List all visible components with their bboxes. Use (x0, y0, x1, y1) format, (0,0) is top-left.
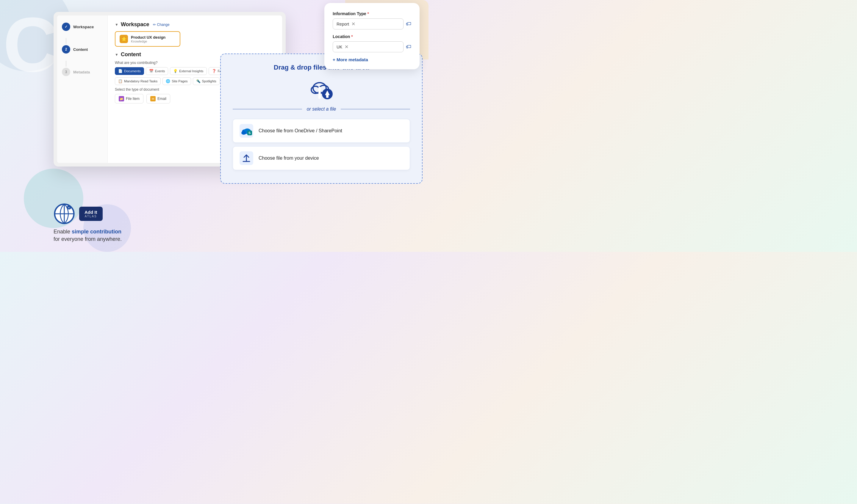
cloud-upload-icon (309, 79, 333, 99)
workspace-card-info: Product UX design Knowledge (131, 35, 165, 43)
onedrive-icon: S (239, 123, 254, 138)
step-circle-content: 2 (62, 45, 70, 53)
workspace-card-type: Knowledge (131, 39, 165, 43)
location-value: UK (337, 45, 342, 49)
location-input[interactable]: UK ✕ (333, 41, 403, 52)
pencil-icon: ✏ (153, 22, 156, 27)
content-type-site-pages[interactable]: 🌐 Site Pages (163, 77, 191, 85)
device-option-label: Choose file from your device (258, 156, 319, 161)
faqs-icon: ❓ (212, 69, 216, 73)
step-connector-1 (66, 38, 66, 44)
documents-label: Documents (124, 69, 141, 73)
svg-rect-8 (318, 87, 321, 99)
tagline: Enable simple contribution for everyone … (54, 228, 122, 243)
content-chevron-icon: ▼ (115, 53, 118, 57)
device-upload-icon (239, 151, 253, 165)
step-label-metadata: Metadata (73, 70, 90, 74)
file-item-label: File Item (126, 97, 139, 101)
info-type-label: Information Type * (333, 11, 411, 16)
info-type-close-icon[interactable]: ✕ (351, 21, 355, 27)
workspace-section-title: Workspace (121, 21, 149, 28)
info-type-value: Report (337, 22, 349, 27)
workspace-chevron-icon: ▼ (115, 22, 118, 27)
change-workspace-link[interactable]: ✏ Change (153, 22, 170, 27)
onedrive-sharepoint-icon: S (239, 124, 253, 138)
step-circle-metadata: 3 (62, 68, 70, 76)
dnd-option-device[interactable]: Choose file from your device (233, 146, 410, 170)
info-type-input[interactable]: Report ✕ (333, 18, 403, 30)
svg-text:+: + (68, 206, 70, 209)
wizard-step-workspace[interactable]: ✓ Workspace (62, 22, 103, 31)
content-section-title: Content (121, 51, 141, 58)
step-circle-workspace: ✓ (62, 22, 70, 31)
tagline-bold: simple contribution (72, 229, 121, 234)
external-insights-icon: 💡 (173, 69, 178, 73)
content-type-documents[interactable]: 📄 Documents (115, 67, 144, 75)
content-type-spotlights[interactable]: 🔦 Spotlights (193, 77, 220, 85)
atlas-logo-row: + Add It ATLAS (54, 203, 122, 225)
dnd-upload-icon-area (233, 79, 410, 101)
site-pages-icon: 🌐 (166, 79, 170, 83)
documents-icon: 📄 (118, 69, 122, 73)
or-line-right (341, 109, 410, 109)
step-label-workspace: Workspace (73, 25, 94, 29)
events-label: Events (155, 69, 165, 73)
info-type-tag-icon[interactable]: 🏷 (406, 21, 411, 27)
workspace-card[interactable]: ⭐ Product UX design Knowledge (115, 31, 180, 47)
more-metadata-link[interactable]: + More metadata (333, 57, 411, 62)
dnd-panel: Drag & drop files into this area or sele… (220, 53, 422, 184)
mandatory-read-label: Mandatory Read Tasks (124, 80, 157, 83)
spotlights-icon: 🔦 (196, 79, 201, 83)
dnd-option-onedrive[interactable]: S Choose file from OneDrive / SharePoint (233, 119, 410, 143)
step-label-content: Content (73, 47, 88, 52)
atlas-bottom-section: + Add It ATLAS Enable simple contributio… (54, 203, 122, 243)
step-connector-2 (66, 60, 66, 67)
atlas-logo-icon: + (54, 203, 75, 225)
more-metadata-label: + More metadata (333, 57, 368, 62)
device-icon (239, 151, 254, 166)
location-input-row: UK ✕ 🏷 (333, 41, 411, 52)
external-insights-label: External Insights (179, 69, 203, 73)
svg-rect-11 (326, 95, 329, 98)
doc-type-email[interactable]: ✉ Email (146, 94, 170, 103)
metadata-card: Information Type * Report ✕ 🏷 Location *… (324, 3, 420, 69)
change-link-label: Change (157, 22, 170, 27)
location-required: * (351, 34, 353, 39)
onedrive-option-label: Choose file from OneDrive / SharePoint (258, 128, 342, 134)
email-label: Email (157, 97, 166, 101)
content-type-mandatory-read[interactable]: 📋 Mandatory Read Tasks (115, 77, 161, 85)
content-type-external-insights[interactable]: 💡 External Insights (170, 67, 206, 75)
workspace-card-icon: ⭐ (120, 35, 128, 43)
svg-point-15 (241, 131, 246, 135)
wizard-sidebar: ✓ Workspace 2 Content 3 Metadata (57, 15, 108, 163)
dnd-or-row: or select a file (233, 106, 410, 112)
spotlights-label: Spotlights (202, 80, 216, 83)
content-type-events[interactable]: 📅 Events (146, 67, 168, 75)
wizard-step-content[interactable]: 2 Content (62, 45, 103, 53)
tagline-end: for everyone from anywhere. (54, 236, 122, 242)
or-line-left (233, 109, 302, 109)
info-type-label-text: Information Type (333, 11, 366, 16)
site-pages-label: Site Pages (172, 80, 187, 83)
tagline-plain: Enable (54, 229, 72, 234)
mandatory-read-icon: 📋 (118, 79, 122, 83)
dnd-or-text: or select a file (307, 106, 336, 112)
wizard-step-metadata[interactable]: 3 Metadata (62, 68, 103, 76)
location-label: Location * (333, 34, 411, 39)
file-item-icon: 📁 (119, 96, 124, 101)
location-close-icon[interactable]: ✕ (345, 44, 349, 50)
info-type-required: * (367, 11, 369, 16)
add-it-label: Add It (84, 210, 97, 215)
info-type-input-row: Report ✕ 🏷 (333, 18, 411, 30)
events-icon: 📅 (149, 69, 154, 73)
atlas-label: ATLAS (85, 215, 97, 218)
workspace-card-name: Product UX design (131, 35, 165, 39)
location-label-text: Location (333, 34, 350, 39)
bg-letter-a: C (3, 6, 59, 83)
add-it-button[interactable]: Add It ATLAS (79, 207, 103, 221)
location-tag-icon[interactable]: 🏷 (406, 44, 411, 50)
svg-text:S: S (249, 131, 251, 135)
email-icon: ✉ (150, 96, 156, 101)
workspace-section-header: ▼ Workspace ✏ Change (115, 21, 275, 28)
doc-type-file-item[interactable]: 📁 File Item (115, 94, 144, 103)
